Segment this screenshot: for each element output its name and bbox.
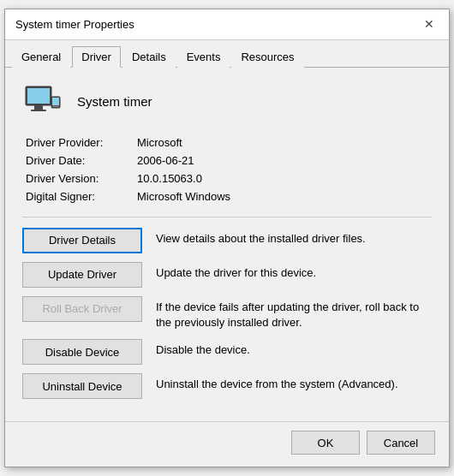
svg-rect-1	[27, 88, 50, 104]
uninstall-device-button[interactable]: Uninstall Device	[22, 373, 142, 399]
label-version: Driver Version:	[26, 172, 137, 185]
tab-general[interactable]: General	[12, 46, 70, 68]
update-driver-desc: Update the driver for this device.	[156, 262, 316, 281]
value-provider: Microsoft	[137, 136, 182, 149]
roll-back-driver-button[interactable]: Roll Back Driver	[22, 296, 142, 322]
dialog-window: System timer Properties ✕ General Driver…	[4, 9, 450, 467]
update-driver-button[interactable]: Update Driver	[22, 262, 142, 288]
svg-rect-6	[53, 106, 58, 107]
driver-info: Driver Provider: Microsoft Driver Date: …	[22, 136, 432, 203]
action-roll-back-driver: Roll Back Driver If the device fails aft…	[22, 296, 432, 330]
device-icon	[22, 81, 63, 122]
disable-device-desc: Disable the device.	[156, 339, 250, 358]
roll-back-driver-desc: If the device fails after updating the d…	[156, 296, 432, 330]
action-driver-details: Driver Details View details about the in…	[22, 228, 432, 253]
action-disable-device: Disable Device Disable the device.	[22, 339, 432, 365]
tab-events[interactable]: Events	[177, 46, 230, 68]
tab-content: System timer Driver Provider: Microsoft …	[5, 68, 449, 421]
svg-rect-5	[52, 98, 59, 105]
action-update-driver: Update Driver Update the driver for this…	[22, 262, 432, 288]
uninstall-device-desc: Uninstall the device from the system (Ad…	[156, 373, 398, 392]
info-row-provider: Driver Provider: Microsoft	[26, 136, 432, 149]
dialog-footer: OK Cancel	[5, 421, 449, 467]
driver-details-desc: View details about the installed driver …	[156, 228, 366, 247]
driver-details-button[interactable]: Driver Details	[22, 228, 142, 253]
disable-device-button[interactable]: Disable Device	[22, 339, 142, 365]
label-date: Driver Date:	[26, 154, 137, 167]
svg-rect-3	[31, 110, 46, 111]
info-row-signer: Digital Signer: Microsoft Windows	[26, 190, 432, 203]
value-date: 2006-06-21	[137, 154, 194, 167]
value-signer: Microsoft Windows	[137, 190, 230, 203]
tab-resources[interactable]: Resources	[231, 46, 303, 68]
title-bar: System timer Properties ✕	[5, 9, 449, 40]
label-provider: Driver Provider:	[26, 136, 137, 149]
ok-button[interactable]: OK	[291, 431, 360, 455]
tab-details[interactable]: Details	[122, 46, 176, 68]
label-signer: Digital Signer:	[26, 190, 137, 203]
info-row-version: Driver Version: 10.0.15063.0	[26, 172, 432, 185]
cancel-button[interactable]: Cancel	[367, 431, 435, 455]
close-button[interactable]: ✕	[420, 15, 439, 33]
svg-rect-2	[34, 105, 43, 110]
tab-driver[interactable]: Driver	[72, 46, 121, 68]
tab-bar: General Driver Details Events Resources	[5, 40, 449, 68]
device-header: System timer	[22, 81, 432, 122]
action-uninstall-device: Uninstall Device Uninstall the device fr…	[22, 373, 432, 399]
info-row-date: Driver Date: 2006-06-21	[26, 154, 432, 167]
dialog-title: System timer Properties	[15, 18, 134, 31]
divider	[22, 217, 432, 217]
device-name: System timer	[77, 94, 152, 109]
value-version: 10.0.15063.0	[137, 172, 202, 185]
